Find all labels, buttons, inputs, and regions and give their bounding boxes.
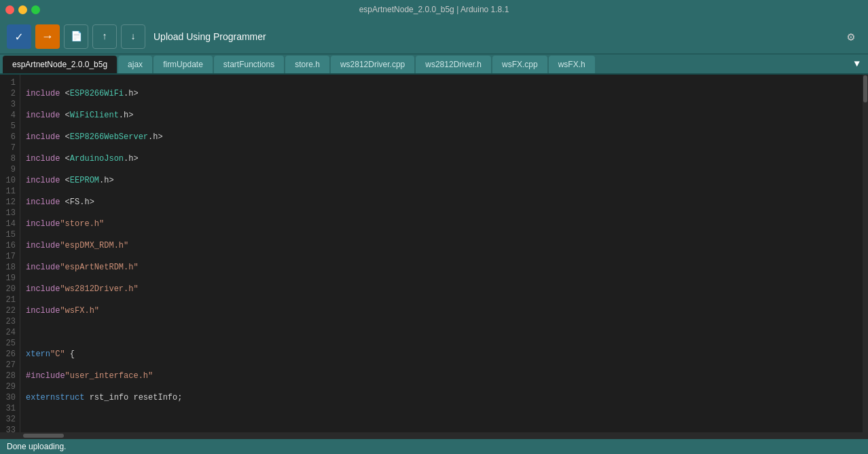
line-numbers: 12345 678910 1112131415 1617181920 21222… [0, 75, 20, 432]
open-button[interactable]: ↑ [92, 24, 117, 49]
tabs-overflow-arrow[interactable]: ▼ [849, 54, 865, 73]
code-line-8: include "espDMX_RDM.h" [26, 240, 857, 251]
status-text: Done uploading. [7, 442, 66, 451]
tab-wsfx-h[interactable]: wsFX.h [549, 56, 595, 73]
horizontal-scrollbar[interactable] [0, 432, 868, 439]
code-line-11: include "wsFX.h" [26, 305, 857, 316]
hscrollbar-thumb[interactable] [23, 434, 64, 438]
verify-button[interactable]: ✓ [7, 24, 31, 49]
tab-store-h[interactable]: store.h [285, 56, 329, 73]
tabs-bar: espArtnetNode_2.0.0_b5g ajax firmUpdate … [0, 54, 868, 75]
minimize-button[interactable] [18, 5, 27, 14]
tab-main[interactable]: espArtnetNode_2.0.0_b5g [3, 56, 117, 73]
code-line-5: include <EEPROM.h> [26, 175, 857, 186]
close-button[interactable] [5, 5, 14, 14]
code-editor[interactable]: include <ESP8266WiFi.h> include <WiFiCli… [20, 75, 863, 432]
code-line-1: include <ESP8266WiFi.h> [26, 88, 857, 99]
code-line-6: include <FS.h> [26, 197, 857, 208]
code-line-10: include "ws2812Driver.h" [26, 284, 857, 295]
save-button[interactable]: ↓ [121, 24, 145, 49]
upload-label: Upload Using Programmer [153, 31, 266, 42]
code-line-9: include "espArtNetRDM.h" [26, 262, 857, 273]
code-line-12 [26, 327, 857, 338]
settings-icon[interactable]: ⚙ [841, 26, 861, 47]
title-bar: espArtnetNode_2.0.0_b5g | Arduino 1.8.1 [0, 0, 868, 19]
code-line-14: #include "user_interface.h" [26, 371, 857, 381]
tab-startfunctions[interactable]: startFunctions [214, 56, 284, 73]
status-bar: Done uploading. [0, 439, 868, 454]
toolbar: ✓ → 📄 ↑ ↓ Upload Using Programmer ⚙ [0, 19, 868, 54]
code-line-13: xtern "C" { [26, 349, 857, 360]
window-title: espArtnetNode_2.0.0_b5g | Arduino 1.8.1 [359, 5, 509, 14]
vertical-scrollbar[interactable] [863, 75, 868, 432]
code-line-3: include <ESP8266WebServer.h> [26, 132, 857, 143]
tab-firmupdate[interactable]: firmUpdate [153, 56, 213, 73]
vscrollbar-thumb[interactable] [863, 75, 867, 102]
tab-ajax[interactable]: ajax [118, 56, 152, 73]
maximize-button[interactable] [31, 5, 40, 14]
tab-wsfx-cpp[interactable]: wsFX.cpp [492, 56, 547, 73]
code-line-2: include <WiFiClient.h> [26, 110, 857, 121]
code-line-4: include <ArduinoJson.h> [26, 153, 857, 164]
code-line-15: extern struct rst_info resetInfo; [26, 392, 857, 403]
upload-button[interactable]: → [35, 24, 60, 49]
tab-ws2812driver-h[interactable]: ws2812Driver.h [416, 56, 491, 73]
code-line-16 [26, 414, 857, 425]
editor-container: 12345 678910 1112131415 1617181920 21222… [0, 75, 868, 432]
new-button[interactable]: 📄 [64, 24, 88, 49]
window-controls[interactable] [5, 5, 40, 14]
tab-ws2812driver-cpp[interactable]: ws2812Driver.cpp [331, 56, 414, 73]
code-line-7: include "store.h" [26, 219, 857, 229]
